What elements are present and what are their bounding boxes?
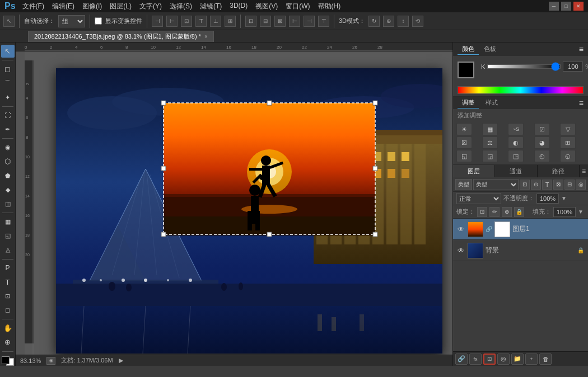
pen-tool[interactable]: P xyxy=(1,261,15,274)
lock-pixels-btn[interactable]: ✏ xyxy=(489,207,500,217)
menu-select[interactable]: 选择(S) xyxy=(166,1,195,12)
dist-right-icon[interactable]: ⊢ xyxy=(289,16,300,27)
minimize-button[interactable]: ─ xyxy=(549,2,559,11)
color-panel-menu-icon[interactable]: ≡ xyxy=(579,45,584,54)
eraser-tool[interactable]: ◫ xyxy=(1,197,15,210)
layer1-link-icon[interactable]: 🔗 xyxy=(486,226,492,232)
filter-smart-icon[interactable]: ⊟ xyxy=(564,180,575,190)
hand-tool[interactable]: ✋ xyxy=(1,322,15,334)
dist-v-icon[interactable]: ⊟ xyxy=(260,16,271,27)
lock-transparent-btn[interactable]: ⊡ xyxy=(477,207,487,217)
threshold-adj-btn[interactable]: ◴ xyxy=(534,150,550,162)
colorbalance-adj-btn[interactable]: ⚖ xyxy=(482,136,498,149)
align-right-icon[interactable]: ⊡ xyxy=(181,16,192,27)
swatches-tab[interactable]: 色板 xyxy=(479,44,501,55)
layers-tab[interactable]: 图层 xyxy=(453,165,495,177)
link-layers-btn[interactable]: 🔗 xyxy=(455,354,468,365)
lock-position-btn[interactable]: ⊕ xyxy=(502,207,512,217)
menu-filter[interactable]: 滤镜(T) xyxy=(197,1,225,12)
menu-layer[interactable]: 图层(L) xyxy=(106,1,135,12)
path-selection-tool[interactable]: ⊡ xyxy=(1,290,15,303)
add-adjustment-btn[interactable]: ◎ xyxy=(497,354,510,365)
clone-stamp-tool[interactable]: ⬟ xyxy=(1,169,15,182)
menu-help[interactable]: 帮助(H) xyxy=(315,1,344,12)
adj-tab[interactable]: 调整 xyxy=(458,97,479,109)
move-tool-btn[interactable]: ↖ xyxy=(3,16,15,27)
history-brush-tool[interactable]: ◆ xyxy=(1,183,15,196)
magic-wand-tool[interactable]: ✦ xyxy=(1,91,15,104)
nav-arrow[interactable]: ▶ xyxy=(119,357,123,364)
layer1-visibility-icon[interactable]: 👁 xyxy=(456,225,465,234)
maximize-button[interactable]: □ xyxy=(561,2,571,11)
filter-adj-icon[interactable]: ⊙ xyxy=(531,180,541,190)
type-tool[interactable]: T xyxy=(1,276,15,289)
align-center-icon[interactable]: ⊢ xyxy=(166,16,178,27)
zoom-tool[interactable]: ⊕ xyxy=(1,336,15,348)
filter-shape-icon[interactable]: ⊠ xyxy=(553,180,563,190)
shape-tool[interactable]: ◻ xyxy=(1,304,15,317)
align-top-icon[interactable]: ⊤ xyxy=(195,16,207,27)
menu-image[interactable]: 图像(I) xyxy=(79,1,105,12)
new-layer-btn[interactable]: + xyxy=(525,354,538,365)
tab-close-btn[interactable]: × xyxy=(204,34,208,40)
blend-mode-select[interactable]: 正常 溶解 正片叠底 xyxy=(456,193,501,204)
bw-adj-btn[interactable]: ◐ xyxy=(508,136,524,149)
photofilt-adj-btn[interactable]: ◕ xyxy=(534,136,550,149)
filter-text-icon[interactable]: T xyxy=(542,180,552,190)
opacity-arrow[interactable]: ▼ xyxy=(561,195,568,201)
eyedropper-tool[interactable]: ✒ xyxy=(1,123,15,136)
fill-value[interactable] xyxy=(553,207,576,217)
color-swatch-fg[interactable] xyxy=(458,62,474,78)
color-spectrum-bar[interactable] xyxy=(458,86,584,94)
dist-h-icon[interactable]: ⊡ xyxy=(245,16,256,27)
color-swatches[interactable] xyxy=(2,356,14,366)
lasso-tool[interactable]: ⌒ xyxy=(1,77,15,89)
menu-3d[interactable]: 3D(D) xyxy=(226,1,251,12)
fill-arrow[interactable]: ▼ xyxy=(578,209,585,215)
3d-zoom-icon[interactable]: ↕ xyxy=(398,16,409,27)
dist-left-icon[interactable]: ⊠ xyxy=(274,16,286,27)
menu-window[interactable]: 窗口(W) xyxy=(282,1,313,12)
auto-select-dropdown[interactable]: 组 图层 xyxy=(58,15,85,27)
menu-text[interactable]: 文字(Y) xyxy=(136,1,165,12)
levels-adj-btn[interactable]: ▦ xyxy=(482,123,498,135)
adj-panel-menu-icon[interactable]: ≡ xyxy=(579,98,584,107)
show-transform-checkbox[interactable] xyxy=(95,17,102,25)
filter-toggle[interactable]: ◎ xyxy=(576,180,586,190)
3d-roll-icon[interactable]: ⟲ xyxy=(412,16,423,27)
align-middle-icon[interactable]: ⊥ xyxy=(210,16,221,27)
add-mask-btn[interactable]: ⊡ xyxy=(483,354,496,365)
filter-pixel-icon[interactable]: ⊡ xyxy=(520,180,530,190)
posterize-adj-btn[interactable]: ◳ xyxy=(508,150,524,162)
healing-brush-tool[interactable]: ◉ xyxy=(1,141,15,154)
filter-type-select[interactable]: 类型 xyxy=(473,179,519,190)
layers-panel-menu-icon[interactable]: ≡ xyxy=(580,165,588,177)
k-slider[interactable] xyxy=(487,64,561,69)
delete-layer-btn[interactable]: 🗑 xyxy=(539,354,552,365)
brightness-adj-btn[interactable]: ☀ xyxy=(456,123,472,135)
style-tab[interactable]: 样式 xyxy=(481,97,502,109)
menu-file[interactable]: 文件(F) xyxy=(19,1,48,12)
foreground-color[interactable] xyxy=(2,356,10,364)
hsl-adj-btn[interactable]: ☒ xyxy=(456,136,472,149)
layer-item-bg[interactable]: 👁 背景 🔒 xyxy=(453,240,588,261)
3d-rotate-icon[interactable]: ↻ xyxy=(368,16,380,27)
k-value[interactable] xyxy=(563,62,583,72)
document-tab[interactable]: 20120822134406_T3Bja.jpeg @ 83.1% (图层1, … xyxy=(28,31,214,42)
align-left-icon[interactable]: ⊣ xyxy=(152,16,163,27)
gradient-tool[interactable]: ▦ xyxy=(1,215,15,228)
crop-tool[interactable]: ⛶ xyxy=(1,109,15,122)
layer-item-1[interactable]: 👁 🔗 图层1 xyxy=(453,219,588,240)
brush-tool[interactable]: ⬡ xyxy=(1,155,15,168)
exposure-adj-btn[interactable]: ☑ xyxy=(534,123,550,135)
close-button[interactable]: ✕ xyxy=(573,2,584,11)
opacity-value[interactable] xyxy=(536,194,559,204)
channelmix-adj-btn[interactable]: ⊞ xyxy=(560,136,576,149)
lock-all-btn[interactable]: 🔒 xyxy=(514,207,524,217)
color-tab[interactable]: 颜色 xyxy=(458,44,479,55)
menu-view[interactable]: 视图(V) xyxy=(252,1,281,12)
dist-top-icon[interactable]: ⊣ xyxy=(304,16,315,27)
document-canvas[interactable] xyxy=(56,68,442,354)
invert-adj-btn[interactable]: ◲ xyxy=(482,150,498,162)
3d-pan-icon[interactable]: ⊕ xyxy=(383,16,394,27)
